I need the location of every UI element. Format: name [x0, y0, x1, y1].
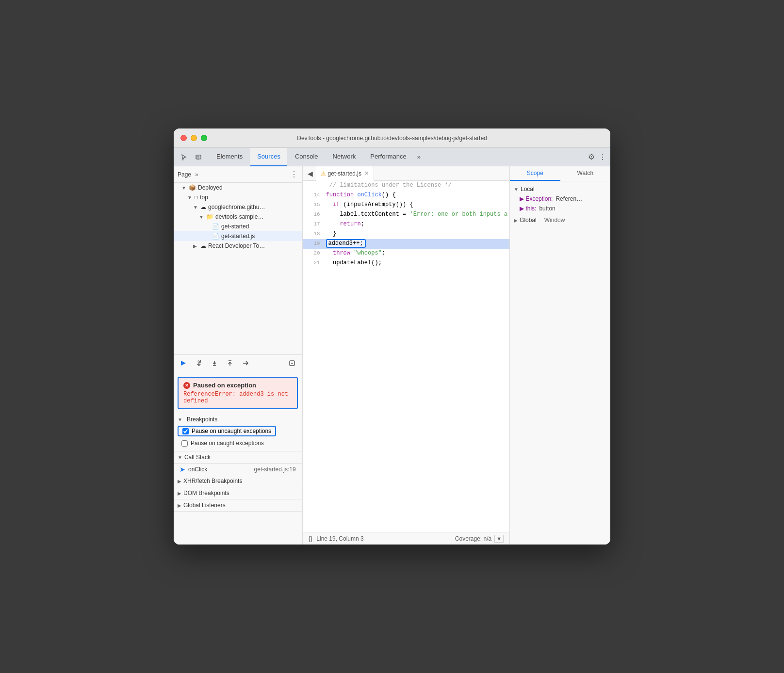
tree-item-devtools[interactable]: ▼ 📁 devtools-sample… [174, 212, 302, 222]
code-line-20: 20 throw "whoops"; [303, 249, 509, 258]
tree-item-get-started-js[interactable]: 📄 get-started.js [174, 231, 302, 241]
scope-group-local: ▼ Local ▶ Exception: Referen… ▶ this: bu… [510, 184, 610, 213]
scope-content: ▼ Local ▶ Exception: Referen… ▶ this: bu… [510, 181, 610, 545]
step-out-btn[interactable] [224, 358, 236, 370]
tabs-more-icon[interactable]: » [414, 153, 424, 160]
editor-panel: ◀ ⚠ get-started.js ✕ // limitations unde… [302, 166, 509, 545]
tab-scope[interactable]: Scope [510, 166, 560, 181]
coverage-dropdown-icon[interactable]: ▼ [494, 535, 504, 543]
sidebar-more-btn[interactable]: » [195, 171, 198, 178]
code-line-18: 18 } [303, 229, 509, 239]
scope-tabs: Scope Watch [510, 166, 610, 181]
cursor-icon-btn[interactable] [178, 151, 190, 163]
tab-elements[interactable]: Elements [210, 148, 249, 166]
call-stack-onclick: ➤ onClick get-started.js:19 [174, 464, 302, 475]
cursor-position: Line 19, Column 3 [316, 535, 455, 542]
window-title: DevTools - googlechrome.github.io/devtoo… [297, 135, 487, 142]
dom-breakpoints-header[interactable]: ▶ DOM Breakpoints [174, 487, 302, 499]
scope-group-global: ▶ Global Window [510, 215, 610, 225]
settings-gear-icon[interactable]: ⚙ [588, 152, 595, 161]
minimize-button[interactable] [191, 135, 197, 141]
scope-global-header[interactable]: ▶ Global Window [510, 215, 610, 225]
step-into-btn[interactable] [209, 358, 220, 370]
resume-btn[interactable] [178, 358, 189, 370]
tree-item-deployed[interactable]: ▼ 📦 Deployed [174, 183, 302, 192]
deactivate-btn[interactable] [286, 358, 298, 370]
exception-title: ✕ Paused on exception [183, 382, 292, 389]
breakpoints-header[interactable]: ▼ Breakpoints [178, 416, 298, 423]
step-btn[interactable] [240, 358, 251, 370]
scope-panel: Scope Watch ▼ Local ▶ Exception: Referen… [509, 166, 610, 545]
tab-console[interactable]: Console [288, 148, 325, 166]
tree-item-react[interactable]: ▶ ☁ React Developer To… [174, 241, 302, 251]
sidebar-page-label: Page [178, 171, 191, 178]
code-line-19: 19 addend3++; [303, 239, 509, 249]
sidebar: Page » ⋮ ▼ 📦 Deployed ▼ □ top [174, 166, 302, 545]
global-listeners-header[interactable]: ▶ Global Listeners [174, 499, 302, 512]
scope-local-header[interactable]: ▼ Local [510, 184, 610, 194]
tabs-bar: Elements Sources Console Network Perform… [174, 148, 610, 166]
tab-watch[interactable]: Watch [560, 166, 610, 181]
tab-sources[interactable]: Sources [250, 148, 287, 166]
code-line-16: 16 label.textContent = 'Error: one or bo… [303, 210, 509, 220]
tree-item-get-started[interactable]: 📄 get-started [174, 222, 302, 231]
tab-settings: ⚙ ⋮ [588, 152, 606, 161]
tab-performance[interactable]: Performance [363, 148, 413, 166]
file-tree: ▼ 📦 Deployed ▼ □ top ▼ ☁ googlechrome.gi… [174, 183, 302, 354]
titlebar: DevTools - googlechrome.github.io/devtoo… [174, 128, 610, 148]
sidebar-dots-btn[interactable]: ⋮ [290, 170, 298, 179]
svg-rect-1 [197, 156, 199, 159]
pause-uncaught-wrapper: Pause on uncaught exceptions [178, 426, 276, 436]
exception-panel: ✕ Paused on exception ReferenceError: ad… [178, 377, 298, 409]
debug-toolbar [174, 354, 302, 373]
editor-tabs: ◀ ⚠ get-started.js ✕ [303, 166, 509, 181]
devtools-window: DevTools - googlechrome.github.io/devtoo… [174, 128, 610, 545]
more-menu-icon[interactable]: ⋮ [599, 152, 606, 161]
call-stack-arrow-icon: ➤ [180, 465, 185, 473]
close-button[interactable] [180, 135, 187, 141]
call-stack-header[interactable]: ▼ Call Stack [174, 451, 302, 464]
pause-caught-checkbox[interactable] [181, 440, 188, 447]
pause-caught-item: Pause on caught exceptions [178, 438, 298, 448]
code-area[interactable]: // limitations under the License */ 14 f… [303, 181, 509, 532]
breakpoints-section: ▼ Breakpoints Pause on uncaught exceptio… [174, 413, 302, 451]
editor-tab-close[interactable]: ✕ [364, 170, 369, 176]
status-bar: {} Line 19, Column 3 Coverage: n/a ▼ [303, 532, 509, 545]
code-line-17: 17 return; [303, 220, 509, 229]
pause-uncaught-checkbox[interactable] [182, 428, 189, 434]
editor-back-btn[interactable]: ◀ [305, 170, 316, 177]
tab-network[interactable]: Network [326, 148, 363, 166]
scope-item-this: ▶ this: button [510, 204, 610, 213]
main-content: Page » ⋮ ▼ 📦 Deployed ▼ □ top [174, 166, 610, 545]
tree-item-googlechrome[interactable]: ▼ ☁ googlechrome.githu… [174, 202, 302, 212]
exception-x-icon: ✕ [183, 382, 190, 389]
scope-item-exception: ▶ Exception: Referen… [510, 194, 610, 204]
code-line-13: // limitations under the License */ [303, 181, 509, 191]
code-line-15: 15 if (inputsAreEmpty()) { [303, 200, 509, 210]
device-icon-btn[interactable] [192, 151, 205, 163]
editor-tab-file[interactable]: ⚠ get-started.js ✕ [316, 166, 374, 181]
tree-item-top[interactable]: ▼ □ top [174, 192, 302, 202]
xhr-breakpoints-header[interactable]: ▶ XHR/fetch Breakpoints [174, 475, 302, 487]
code-line-21: 21 updateLabel(); [303, 258, 509, 268]
code-line-14: 14 function onClick() { [303, 191, 509, 200]
format-icon[interactable]: {} [309, 535, 313, 542]
tab-controls [178, 151, 205, 163]
maximize-button[interactable] [201, 135, 207, 141]
coverage-status: Coverage: n/a ▼ [455, 535, 504, 543]
warn-icon: ⚠ [321, 170, 326, 177]
step-over-btn[interactable] [193, 358, 205, 370]
traffic-lights [180, 135, 207, 141]
sidebar-top: Page » ⋮ [174, 166, 302, 183]
exception-error: ReferenceError: addend3 is not defined [183, 391, 292, 404]
bottom-panels: ✕ Paused on exception ReferenceError: ad… [174, 373, 302, 545]
